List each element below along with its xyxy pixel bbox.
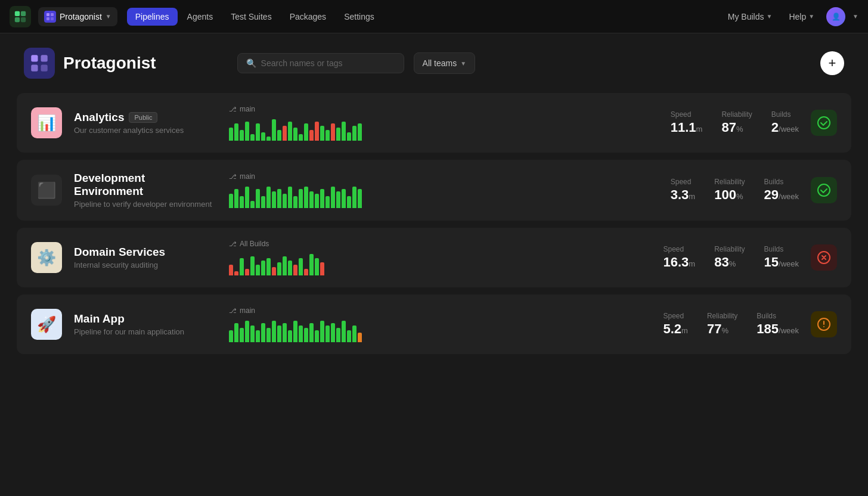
chart-bar [277,262,281,275]
build-chart [229,252,408,275]
org-switcher[interactable]: Protagonist ▼ [38,7,117,26]
pipeline-card-domain-services[interactable]: ⚙️ Domain Services Internal security aud… [17,228,851,287]
nav-settings[interactable]: Settings [336,8,383,26]
chart-bar [277,326,281,342]
pipeline-status[interactable] [811,244,837,271]
chart-bar [272,267,276,275]
stat-speed: Speed 3.3m [671,178,695,203]
chart-bar [256,189,260,208]
pipeline-name: Main App [74,312,217,326]
chart-bar [304,123,308,141]
nav-pipelines[interactable]: Pipelines [127,8,178,26]
chart-bar [315,330,319,342]
nav-agents[interactable]: Agents [179,8,222,26]
chart-bar [288,122,292,141]
search-bar[interactable]: 🔍 [237,53,404,73]
pipeline-stats: Speed 5.2m Reliability 77% Builds 185/we… [420,312,799,337]
chart-bar [288,187,292,208]
pipeline-card-main-app[interactable]: 🚀 Main App Pipeline for our main applica… [17,294,851,354]
user-avatar[interactable]: 👤 [826,7,845,26]
stat-speed: Speed 5.2m [664,312,688,337]
add-pipeline-button[interactable]: + [820,51,844,75]
svg-rect-5 [51,13,54,16]
pipeline-badge: Public [129,112,157,123]
chart-bar [342,189,346,208]
chart-bar [347,196,351,208]
chart-bar [293,265,297,275]
svg-rect-11 [41,65,48,72]
chart-bar [326,273,330,275]
nav-right: My Builds ▼ Help ▼ 👤 ▼ [723,7,858,26]
pipeline-stats: Speed 3.3m Reliability 100% Builds 29/we… [420,178,799,203]
pipeline-card-analytics[interactable]: 📊 Analytics Public Our customer analytic… [17,93,851,153]
chart-bar [277,130,281,141]
pipeline-info: Analytics Public Our customer analytics … [74,111,217,135]
my-builds-button[interactable]: My Builds ▼ [723,10,777,24]
pipeline-status[interactable] [811,110,837,136]
branch-label: ⎇ main [229,306,408,315]
nav-links: Pipelines Agents Test Suites Packages Se… [127,8,718,26]
chart-bar [261,323,265,342]
stat-builds: Builds 185/week [757,312,799,337]
stat-reliability: Reliability 87% [721,110,752,135]
branch-icon: ⎇ [229,173,237,181]
chart-bar [347,132,351,141]
chart-bar [245,269,249,275]
pipeline-description: Our customer analytics services [74,126,217,135]
chart-bar [229,194,233,208]
chart-bar [283,194,287,208]
chart-bar [240,196,244,208]
branch-label: ⎇ All Builds [229,240,408,248]
pipeline-icon: 📊 [31,107,62,138]
chart-bar [315,194,319,208]
chart-bar [245,122,249,141]
teams-chevron: ▼ [460,60,466,67]
chart-bar [309,130,314,141]
pipeline-status[interactable] [811,311,837,337]
pipelines-list: 📊 Analytics Public Our customer analytic… [0,93,868,371]
chart-bar [272,119,276,141]
branch-name: main [240,105,255,113]
branch-name: All Builds [240,240,269,248]
svg-rect-3 [21,17,26,21]
chart-bar [299,189,303,208]
chart-bar [342,321,346,342]
svg-rect-1 [21,11,26,16]
chart-bar [342,273,346,275]
chart-bar [320,126,324,141]
avatar-chevron: ▼ [852,13,858,20]
pipeline-icon: ⬛ [31,175,62,206]
pipeline-branch: ⎇ main [229,172,408,208]
chart-bar [358,189,362,208]
help-button[interactable]: Help ▼ [784,10,819,24]
pipeline-branch: ⎇ All Builds [229,240,408,275]
nav-test-suites[interactable]: Test Suites [222,8,280,26]
search-icon: 🔍 [246,58,256,68]
chart-bar [304,187,308,208]
chart-bar [250,256,255,275]
chart-bar [352,273,356,275]
branch-label: ⎇ main [229,172,408,181]
page-title: Protagonist [63,54,156,73]
my-builds-chevron: ▼ [766,13,772,20]
pipeline-status[interactable] [811,177,837,203]
chart-bar [320,189,324,208]
chart-bar [277,189,281,208]
pipeline-description: Internal security auditing [74,261,217,269]
chart-bar [352,126,356,141]
nav-packages[interactable]: Packages [281,8,334,26]
teams-dropdown[interactable]: All teams ▼ [414,52,475,74]
stat-speed: Speed 16.3m [664,245,696,270]
chart-bar [283,256,287,275]
chart-bar [256,265,260,275]
app-logo[interactable] [10,6,31,27]
search-input[interactable] [261,58,395,68]
teams-label: All teams [423,58,457,68]
pipeline-info: Main App Pipeline for our main applicati… [74,312,217,336]
chart-bar [234,271,238,275]
pipeline-branch: ⎇ main [229,306,408,342]
page-header: Protagonist 🔍 All teams ▼ + [0,33,868,93]
pipeline-card-dev-env[interactable]: ⬛ Development Environment Pipeline to ve… [17,160,851,221]
chart-bar [336,328,340,342]
chart-bar [299,134,303,141]
